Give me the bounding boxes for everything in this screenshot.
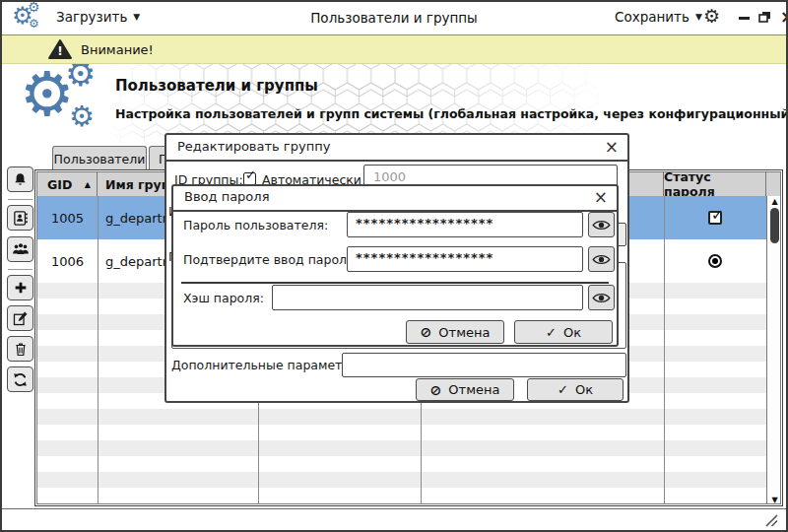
chevron-down-icon: ▼ (133, 12, 140, 22)
ok-check-icon: ✓ (558, 382, 568, 397)
people-group-icon (12, 241, 30, 257)
bell-icon (12, 171, 29, 188)
save-menu-label: Сохранить (615, 9, 690, 25)
app-window: ⚙ ⚙ ⚙ Загрузить ▼ Пользователи и группы … (0, 0, 788, 532)
warning-banner: ! Внимание! (2, 35, 786, 64)
cancel-icon: ⊘ (430, 382, 442, 398)
ok-label: Ок (563, 325, 581, 340)
minimize-icon[interactable] (739, 17, 750, 20)
sort-ascending-icon: ▲ (85, 180, 91, 189)
edit-group-cancel-button[interactable]: ⊘ Отмена (416, 378, 514, 401)
dialog-separator (181, 282, 609, 284)
chevron-down-icon: ▼ (695, 12, 702, 22)
titlebar: ⚙ ⚙ ⚙ Загрузить ▼ Пользователи и группы … (2, 2, 786, 35)
toolbar-separator (8, 199, 33, 200)
confirm-password-input[interactable]: ****************** (347, 246, 583, 272)
edit-group-dialog-title: Редактировать группу (177, 139, 330, 154)
address-book-button[interactable] (7, 205, 33, 231)
window-controls: × (739, 10, 788, 24)
show-hash-button[interactable] (588, 285, 615, 310)
users-groups-gears-icon: ⚙ ⚙ ⚙ (20, 66, 110, 141)
edit-group-ok-button[interactable]: ✓ Ок (527, 378, 624, 401)
password-dialog-title: Ввод пароля (184, 189, 269, 204)
toolbar-separator (8, 269, 33, 270)
address-book-icon (12, 210, 29, 227)
resize-grip[interactable] (763, 513, 778, 527)
show-password-button[interactable] (588, 212, 615, 237)
load-menu-button[interactable]: Загрузить ▼ (56, 9, 140, 25)
app-logo-gears-icon: ⚙ ⚙ ⚙ (12, 5, 47, 33)
edit-group-dialog-titlebar[interactable]: Редактировать группу × (166, 135, 627, 162)
user-password-label: Пароль пользователя: (183, 218, 328, 233)
honeycomb-fade (108, 64, 630, 143)
scrollbar-thumb[interactable] (770, 208, 779, 243)
user-password-input[interactable]: ****************** (347, 212, 583, 237)
tab-users[interactable]: Пользователи (52, 146, 147, 170)
cancel-label: Отмена (448, 382, 499, 397)
cancel-label: Отмена (438, 325, 490, 340)
add-button[interactable] (7, 275, 33, 300)
refresh-button[interactable] (7, 366, 33, 392)
password-dialog-titlebar[interactable]: Ввод пароля × (173, 186, 617, 212)
refresh-icon (12, 371, 29, 388)
restore-window-icon[interactable] (758, 11, 771, 23)
extra-params-label: Дополнительные параметры: (171, 358, 363, 372)
status-bar (2, 508, 786, 531)
tab-users-label: Пользователи (54, 152, 146, 166)
edit-pencil-icon (12, 310, 29, 327)
scroll-down-icon[interactable]: ▼ (767, 496, 781, 504)
password-hash-input[interactable] (272, 285, 583, 310)
cell-gid: 1006 (37, 239, 98, 283)
groups-button[interactable] (7, 236, 33, 262)
column-header-password-status[interactable]: Статус пароля (664, 172, 766, 196)
password-entry-dialog: Ввод пароля × Пароль пользователя: *****… (171, 184, 619, 347)
ok-check-icon: ✓ (546, 325, 557, 340)
warning-triangle-icon: ! (48, 39, 72, 60)
delete-button[interactable] (7, 336, 33, 362)
edit-button[interactable] (7, 305, 33, 331)
password-ok-button[interactable]: ✓ Ок (514, 320, 613, 344)
eye-icon (592, 292, 611, 304)
notifications-button[interactable] (7, 166, 33, 192)
save-menu-button[interactable]: Сохранить ▼ (615, 9, 702, 25)
close-icon[interactable]: × (605, 136, 619, 158)
show-confirm-password-button[interactable] (588, 246, 615, 272)
cell-password-status (664, 239, 766, 283)
page-header: ⚙ ⚙ ⚙ Пользователи и группы Настройка по… (2, 64, 786, 143)
eye-icon (592, 219, 611, 232)
close-icon[interactable]: × (594, 186, 608, 208)
column-header-gid[interactable]: GID ▲ (37, 172, 98, 196)
settings-gear-icon[interactable]: ⚙ (703, 5, 720, 27)
column-header-filler (766, 172, 781, 196)
eye-icon (592, 253, 611, 266)
extra-params-input[interactable] (342, 353, 626, 377)
trash-icon (13, 341, 29, 358)
load-menu-label: Загрузить (56, 9, 127, 25)
cell-gid: 1005 (37, 196, 98, 239)
svg-text:!: ! (57, 44, 62, 58)
cancel-icon: ⊘ (421, 324, 432, 340)
page-title: Пользователи и группы (115, 77, 318, 95)
warning-text: Внимание! (81, 42, 154, 57)
close-window-icon[interactable]: × (780, 10, 788, 24)
checkbox-checked-icon[interactable]: ✓ (708, 211, 722, 225)
radio-selected-icon[interactable] (708, 254, 722, 268)
page-subtitle: Настройка пользователей и групп системы … (115, 106, 786, 121)
password-cancel-button[interactable]: ⊘ Отмена (406, 320, 504, 344)
password-hash-label: Хэш пароля: (183, 291, 264, 305)
cell-password-status: ✓ (664, 196, 766, 239)
ok-label: Ок (575, 382, 593, 397)
plus-icon (13, 280, 29, 296)
vertical-scrollbar[interactable]: ▲ ▼ (766, 196, 781, 504)
scroll-up-icon[interactable]: ▲ (767, 197, 781, 206)
confirm-password-label: Подтвердите ввод пароля: (183, 252, 359, 267)
